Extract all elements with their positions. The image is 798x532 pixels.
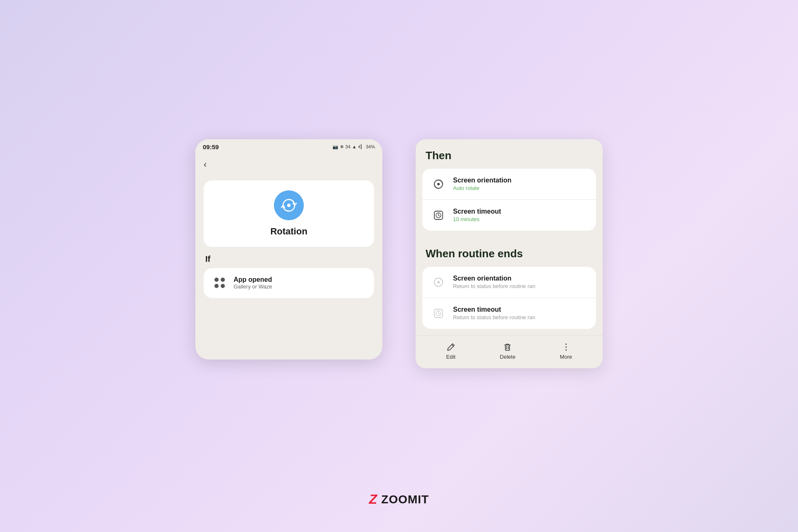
section-if-label: If (205, 254, 374, 264)
phone-content: ‹ Rotation If (195, 153, 382, 360)
delete-label: Delete (500, 354, 516, 360)
screen-orientation-text: Screen orientation Auto rotate (453, 177, 511, 191)
when-screen-orientation-item[interactable]: Screen orientation Return to status befo… (422, 267, 596, 298)
delete-icon (503, 342, 512, 352)
routine-title: Rotation (212, 226, 366, 237)
when-screen-timeout-item[interactable]: Screen timeout Return to status before r… (422, 298, 596, 329)
screen-orientation-icon (431, 176, 446, 192)
zoomit-logo: Z ZOOMIT (369, 492, 429, 507)
delete-button[interactable]: Delete (500, 342, 516, 360)
svg-point-11 (565, 346, 566, 347)
when-card: Screen orientation Return to status befo… (422, 267, 596, 329)
screen-timeout-text: Screen timeout 10 minutes (453, 208, 501, 222)
condition-title: App opened (234, 276, 272, 283)
status-icons: 📷 ❄ 34 ▲ 34% (332, 144, 375, 150)
condition-text: App opened Gallery or Waze (234, 276, 272, 290)
when-screen-orientation-title: Screen orientation (453, 275, 535, 282)
screen-orientation-item[interactable]: Screen orientation Auto rotate (422, 169, 596, 200)
edit-button[interactable]: Edit (446, 342, 455, 360)
svg-point-7 (437, 281, 440, 283)
when-screen-orientation-icon (431, 274, 446, 290)
signal-icon: 34 (345, 144, 350, 149)
rotation-icon (281, 197, 297, 214)
screen-timeout-item[interactable]: Screen timeout 10 minutes (422, 200, 596, 231)
more-label: More (560, 354, 572, 360)
when-screen-timeout-title: Screen timeout (453, 306, 535, 313)
routine-header-card: Rotation (204, 180, 374, 247)
phone-frame: 09:59 📷 ❄ 34 ▲ 34% ‹ (195, 139, 382, 360)
when-screen-orientation-text: Screen orientation Return to status befo… (453, 275, 535, 289)
svg-point-10 (565, 343, 566, 345)
zoomit-text: ZOOMIT (381, 493, 429, 506)
screen-timeout-subtitle: 10 minutes (453, 216, 501, 222)
edit-icon (446, 342, 456, 352)
when-screen-orientation-subtitle: Return to status before routine ran (453, 283, 535, 289)
when-screen-timeout-subtitle: Return to status before routine ran (453, 314, 535, 320)
svg-point-3 (437, 183, 440, 185)
app-opened-icon (212, 276, 227, 291)
mute-icon (358, 144, 364, 150)
zoomit-z-icon: Z (369, 492, 377, 507)
screen-orientation-title: Screen orientation (453, 177, 511, 184)
back-button[interactable]: ‹ (204, 157, 219, 172)
status-bar: 09:59 📷 ❄ 34 ▲ 34% (195, 139, 382, 153)
when-screen-timeout-icon (431, 305, 446, 321)
when-screen-timeout-text: Screen timeout Return to status before r… (453, 306, 535, 320)
camera-icon: 📷 (332, 144, 338, 150)
battery-icon: 34% (366, 144, 375, 149)
svg-point-1 (287, 204, 291, 207)
status-time: 09:59 (203, 143, 219, 150)
condition-subtitle: Gallery or Waze (234, 283, 272, 290)
screen-timeout-icon (431, 207, 446, 223)
svg-point-12 (565, 349, 566, 350)
more-icon (562, 342, 571, 352)
right-panel: Then Screen orientation Auto rotate (416, 139, 603, 368)
screen-timeout-title: Screen timeout (453, 208, 501, 215)
more-button[interactable]: More (560, 342, 572, 360)
section-when-routine-ends-title: When routine ends (416, 237, 603, 267)
condition-card[interactable]: App opened Gallery or Waze (204, 268, 374, 298)
section-then-title: Then (416, 139, 603, 169)
bottom-bar: Edit Delete More (416, 335, 603, 368)
routine-icon-circle (274, 190, 304, 220)
then-card: Screen orientation Auto rotate Screen ti… (422, 169, 596, 231)
wifi-icon: ▲ (352, 144, 357, 149)
snowflake-icon: ❄ (340, 144, 344, 150)
screen-orientation-subtitle: Auto rotate (453, 185, 511, 191)
edit-label: Edit (446, 354, 455, 360)
